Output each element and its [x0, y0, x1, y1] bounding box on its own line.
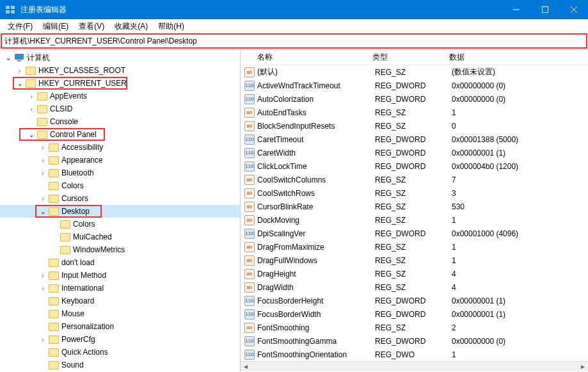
value-type: REG_SZ: [371, 216, 448, 225]
tree-item[interactable]: ›Appearance: [0, 154, 240, 166]
value-row[interactable]: abDragFullWindowsREG_SZ1: [241, 254, 588, 267]
value-row[interactable]: abDragWidthREG_SZ4: [241, 280, 588, 294]
tree-item-label: Personalization: [61, 322, 114, 331]
chevron-right-icon[interactable]: ›: [27, 92, 36, 101]
value-type: REG_DWO: [371, 350, 448, 359]
value-data: 1: [448, 243, 588, 252]
chevron-right-icon[interactable]: ›: [38, 284, 47, 293]
chevron-down-icon[interactable]: ⌄: [15, 79, 24, 88]
address-bar[interactable]: 计算机\HKEY_CURRENT_USER\Control Panel\Desk…: [1, 34, 587, 48]
menu-edit[interactable]: 编辑(E): [38, 20, 74, 33]
tree-item[interactable]: Colors: [0, 179, 240, 192]
tree-item[interactable]: ›Cursors: [0, 192, 240, 205]
tree-item[interactable]: ›Bluetooth: [0, 166, 240, 179]
tree-item[interactable]: ›Input Method: [0, 269, 240, 282]
value-row[interactable]: 110FocusBorderHeightREG_DWORD0x00000001 …: [241, 294, 588, 307]
tree-item[interactable]: Personalization: [0, 320, 240, 333]
folder-icon: [60, 233, 70, 241]
chevron-right-icon[interactable]: ›: [15, 66, 24, 75]
tree-item[interactable]: ⌄Desktop: [0, 205, 240, 218]
list-header: 名称 类型 数据: [241, 50, 588, 65]
spacer-icon: [38, 296, 47, 305]
col-name[interactable]: 名称: [241, 52, 369, 63]
tree-item[interactable]: Sound: [0, 359, 240, 371]
menu-file[interactable]: 文件(F): [3, 20, 38, 33]
value-row[interactable]: 110FontSmoothingGammaREG_DWORD0x00000000…: [241, 334, 588, 348]
value-type: REG_DWORD: [371, 310, 448, 319]
value-row[interactable]: 110CaretTimeoutREG_DWORD0x00001388 (5000…: [241, 133, 588, 146]
menu-view[interactable]: 查看(V): [74, 20, 109, 33]
tree-item[interactable]: Console: [0, 115, 240, 128]
tree-item[interactable]: ⌄计算机: [0, 51, 240, 64]
tree-item[interactable]: ›International: [0, 282, 240, 295]
value-type: REG_SZ: [371, 189, 448, 198]
value-row[interactable]: abFontSmoothingREG_SZ2: [241, 321, 588, 334]
menu-favorites[interactable]: 收藏夹(A): [109, 20, 153, 33]
menu-help[interactable]: 帮助(H): [153, 20, 189, 33]
scroll-right-icon[interactable]: ►: [578, 363, 588, 370]
chevron-down-icon[interactable]: ⌄: [38, 207, 47, 216]
tree-item[interactable]: Colors: [0, 218, 240, 230]
tree-item[interactable]: ›PowerCfg: [0, 333, 240, 346]
tree-item[interactable]: MuiCached: [0, 230, 240, 243]
chevron-right-icon[interactable]: ›: [38, 194, 47, 203]
tree-item-label: Console: [50, 117, 78, 126]
chevron-right-icon[interactable]: ›: [38, 156, 47, 165]
tree-item[interactable]: don't load: [0, 256, 240, 269]
dword-value-icon: 110: [244, 81, 255, 91]
chevron-right-icon[interactable]: ›: [38, 168, 47, 177]
value-name: FocusBorderWidth: [257, 310, 371, 319]
tree-item[interactable]: Quick Actions: [0, 346, 240, 359]
value-row[interactable]: ab(默认)REG_SZ(数值未设置): [241, 65, 588, 79]
chevron-right-icon[interactable]: ›: [27, 104, 36, 113]
chevron-right-icon[interactable]: ›: [38, 271, 47, 280]
chevron-right-icon[interactable]: ›: [38, 143, 47, 152]
value-row[interactable]: abCursorBlinkRateREG_SZ530: [241, 200, 588, 213]
tree-item[interactable]: ›Accessibility: [0, 141, 240, 154]
value-row[interactable]: 110DpiScalingVerREG_DWORD0x00001000 (409…: [241, 227, 588, 240]
value-row[interactable]: abBlockSendInputResetsREG_SZ0: [241, 119, 588, 133]
value-row[interactable]: 110FocusBorderWidthREG_DWORD0x00000001 (…: [241, 307, 588, 321]
scroll-left-icon[interactable]: ◄: [241, 363, 251, 370]
tree-item[interactable]: ›CLSID: [0, 102, 240, 115]
value-row[interactable]: 110ActiveWndTrackTimeoutREG_DWORD0x00000…: [241, 79, 588, 92]
tree-item[interactable]: WindowMetrics: [0, 243, 240, 256]
value-row[interactable]: abDockMovingREG_SZ1: [241, 213, 588, 227]
value-row[interactable]: abCoolSwitchRowsREG_SZ3: [241, 186, 588, 200]
value-row[interactable]: abCoolSwitchColumnsREG_SZ7: [241, 173, 588, 186]
chevron-down-icon[interactable]: ⌄: [4, 53, 13, 62]
horizontal-scrollbar[interactable]: ◄ ►: [241, 361, 588, 371]
tree-item[interactable]: Mouse: [0, 307, 240, 320]
folder-icon: [49, 182, 59, 190]
tree-item[interactable]: ›HKEY_CLASSES_ROOT: [0, 64, 240, 77]
value-row[interactable]: abDragHeightREG_SZ4: [241, 267, 588, 280]
tree-item[interactable]: ⌄HKEY_CURRENT_USER: [0, 77, 240, 90]
value-row[interactable]: abAutoEndTasksREG_SZ1: [241, 106, 588, 119]
value-name: CursorBlinkRate: [257, 202, 371, 211]
chevron-down-icon[interactable]: ⌄: [27, 130, 36, 139]
col-type[interactable]: 类型: [369, 52, 445, 63]
col-data[interactable]: 数据: [445, 52, 588, 63]
value-row[interactable]: abDragFromMaximizeREG_SZ1: [241, 240, 588, 254]
folder-icon: [60, 220, 70, 229]
tree-item[interactable]: Keyboard: [0, 295, 240, 307]
value-row[interactable]: 110FontSmoothingOrientationREG_DWO1: [241, 348, 588, 361]
value-row[interactable]: 110AutoColorizationREG_DWORD0x00000000 (…: [241, 92, 588, 106]
values-pane[interactable]: 名称 类型 数据 ab(默认)REG_SZ(数值未设置)110ActiveWnd…: [241, 50, 588, 372]
value-row[interactable]: 110ClickLockTimeREG_DWORD0x000004b0 (120…: [241, 159, 588, 173]
tree-item[interactable]: ⌄Control Panel: [0, 128, 240, 141]
tree-pane[interactable]: ⌄计算机›HKEY_CLASSES_ROOT⌄HKEY_CURRENT_USER…: [0, 50, 241, 372]
close-button[interactable]: [559, 0, 588, 19]
tree-item[interactable]: ›AppEvents: [0, 90, 240, 102]
value-name: (默认): [257, 67, 371, 77]
value-row[interactable]: 110CaretWidthREG_DWORD0x00000001 (1): [241, 146, 588, 159]
folder-icon: [49, 156, 59, 165]
maximize-button[interactable]: [530, 0, 559, 19]
spacer-icon: [50, 245, 59, 254]
tree-item-label: CLSID: [50, 104, 72, 113]
folder-icon: [49, 361, 59, 369]
folder-icon: [49, 297, 59, 305]
value-data: 0x00000000 (0): [448, 337, 588, 346]
chevron-right-icon[interactable]: ›: [38, 335, 47, 344]
minimize-button[interactable]: [502, 0, 530, 19]
